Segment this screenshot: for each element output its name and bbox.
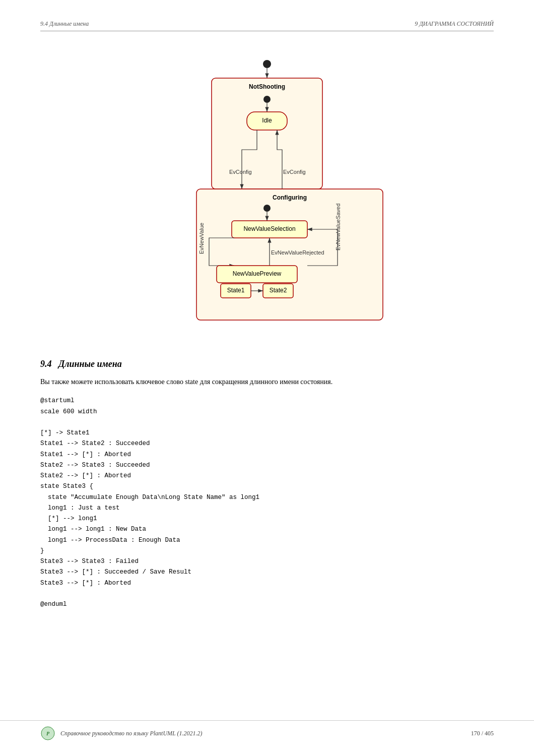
configuring-label: Configuring xyxy=(273,194,307,201)
header-right: 9 ДИАГРАММА СОСТОЯНИЙ xyxy=(415,20,494,28)
evnewvaluesaved-label: EvNewValueSaved xyxy=(335,204,341,250)
state1-label: State1 xyxy=(227,287,245,294)
evnewvalue-label: EvNewValue xyxy=(198,223,205,254)
inner-dot-configuring xyxy=(263,205,271,212)
notshooting-box xyxy=(212,78,322,189)
plantuml-logo: P xyxy=(40,726,55,741)
section-title: Длинные имена xyxy=(58,359,122,369)
notshooting-label: NotShooting xyxy=(249,83,285,90)
section-number: 9.4 xyxy=(40,359,52,369)
body-text: Вы также можете использовать ключевое сл… xyxy=(40,376,494,388)
footer-page: 170 / 405 xyxy=(471,730,494,737)
section-heading: 9.4 Длинные имена xyxy=(40,359,494,369)
inner-dot-notshooting xyxy=(263,96,271,103)
evnewvaluerejected-label: EvNewValueRejected xyxy=(271,249,324,256)
page-header: 9.4 Длинные имена 9 ДИАГРАММА СОСТОЯНИЙ xyxy=(40,20,494,31)
svg-text:P: P xyxy=(46,731,50,736)
initial-dot xyxy=(263,60,271,68)
newvaluepreview-label: NewValuePreview xyxy=(233,270,282,277)
page-footer: P Справочное руководство по языку PlantU… xyxy=(0,720,534,741)
state2-label: State2 xyxy=(270,287,287,294)
newvalueselection-label: NewValueSelection xyxy=(243,225,295,232)
page: 9.4 Длинные имена 9 ДИАГРАММА СОСТОЯНИЙ xyxy=(0,0,534,756)
evconfig-left-label: EvConfig xyxy=(229,169,252,175)
code-block: @startuml scale 600 width [*] -> State1 … xyxy=(40,396,494,610)
footer-left: P Справочное руководство по языку PlantU… xyxy=(40,726,203,741)
state-diagram: NotShooting Idle EvConfig EvConfig Confi… xyxy=(111,46,423,339)
idle-label: Idle xyxy=(262,117,272,124)
header-left: 9.4 Длинные имена xyxy=(40,20,89,28)
evconfig-right-label: EvConfig xyxy=(283,169,306,175)
footer-text: Справочное руководство по языку PlantUML… xyxy=(60,730,203,737)
diagram-container: NotShooting Idle EvConfig EvConfig Confi… xyxy=(40,46,494,339)
